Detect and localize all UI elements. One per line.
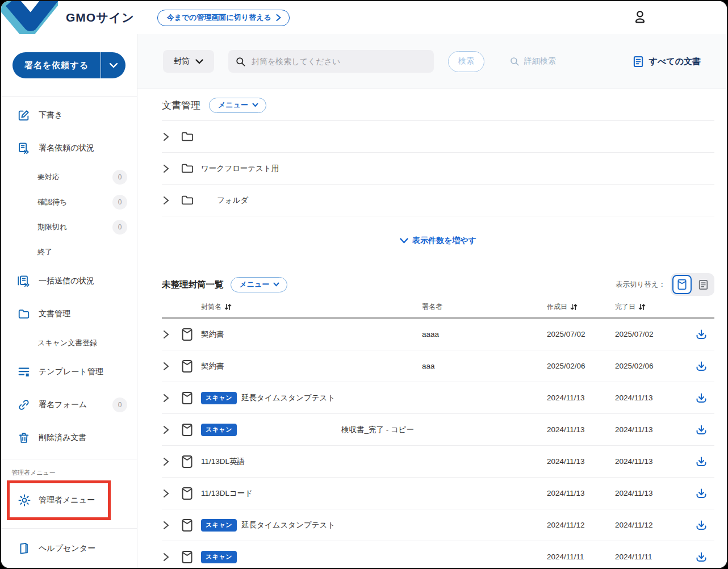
table-row[interactable]: 11/13DL英語 2024/11/13 2024/11/13 bbox=[162, 446, 714, 478]
expand-chevron-icon[interactable] bbox=[162, 394, 181, 403]
download-button[interactable] bbox=[693, 326, 710, 343]
expand-chevron-icon[interactable] bbox=[162, 521, 181, 530]
completed-date-cell: 2024/11/11 bbox=[615, 553, 693, 561]
table-row[interactable]: スキャン 延長タイムスタンプテスト 2024/11/13 2024/11/13 bbox=[162, 382, 714, 414]
logo-wordmark: GMOサイン bbox=[66, 10, 135, 26]
main-area: 封筒 検索 詳細検索 すべての文書 bbox=[137, 34, 727, 568]
column-header-created[interactable]: 作成日 bbox=[547, 302, 615, 312]
sidebar-item-template-management[interactable]: テンプレート管理 bbox=[1, 355, 137, 388]
user-account-button[interactable] bbox=[631, 9, 648, 26]
sidebar-item-signature-form[interactable]: 署名フォーム 0 bbox=[1, 388, 137, 421]
column-header-envelope-name[interactable]: 封筒名 bbox=[201, 302, 422, 312]
advanced-search-button[interactable]: 詳細検索 bbox=[509, 56, 556, 66]
download-button[interactable] bbox=[693, 517, 710, 534]
chevron-down-icon bbox=[252, 103, 258, 107]
expand-chevron-icon[interactable] bbox=[162, 457, 181, 466]
folder-row[interactable]: フォルダ bbox=[162, 185, 714, 216]
envelope-name: 11/13DL英語 bbox=[201, 457, 245, 467]
folder-icon bbox=[17, 307, 31, 321]
created-date-cell: 2025/02/06 bbox=[547, 362, 615, 370]
expand-chevron-icon[interactable] bbox=[162, 132, 181, 141]
envelope-view-toggle-button[interactable] bbox=[672, 275, 692, 294]
download-icon bbox=[696, 361, 707, 372]
column-header-completed[interactable]: 完了日 bbox=[615, 302, 693, 312]
table-row[interactable]: スキャン 延長タイムスタンプテスト 2024/11/12 2024/11/12 bbox=[162, 509, 714, 541]
sidebar-item-document-management[interactable]: 文書管理 bbox=[1, 298, 137, 330]
table-row[interactable]: 契約書 aaaa 2025/07/02 2025/07/02 bbox=[162, 319, 714, 350]
envelope-name: 11/13DLコード bbox=[201, 488, 253, 499]
table-row[interactable]: スキャン 検収書_完了 - コピー 2024/11/13 2024/11/13 bbox=[162, 414, 714, 446]
request-signature-dropdown-button[interactable] bbox=[101, 52, 125, 78]
envelope-name: 検収書_完了 - コピー bbox=[341, 425, 414, 435]
table-row[interactable]: スキャン 2024/11/11 2024/11/11 bbox=[162, 541, 714, 568]
sidebar-item-action-required[interactable]: 要対応 0 bbox=[1, 165, 137, 190]
switch-admin-screen-button[interactable]: 今までの管理画面に切り替える bbox=[157, 10, 290, 26]
sidebar-divider bbox=[1, 459, 137, 459]
scan-badge: スキャン bbox=[201, 551, 237, 563]
download-button[interactable] bbox=[693, 453, 710, 470]
sidebar-item-drafts[interactable]: 下書き bbox=[1, 99, 137, 132]
table-row[interactable]: 契約書 aaa 2025/02/06 2025/02/06 bbox=[162, 350, 714, 382]
admin-menu-highlight: 管理者メニュー bbox=[7, 480, 111, 520]
expand-chevron-icon[interactable] bbox=[162, 425, 181, 434]
envelope-icon bbox=[181, 423, 201, 437]
chevron-down-icon bbox=[195, 59, 203, 64]
search-icon bbox=[235, 56, 246, 67]
created-date-cell: 2024/11/13 bbox=[547, 394, 615, 402]
envelope-icon bbox=[181, 518, 201, 532]
expand-chevron-icon[interactable] bbox=[162, 330, 181, 339]
sort-icon[interactable] bbox=[570, 303, 578, 311]
envelope-icon bbox=[181, 550, 201, 564]
search-input[interactable] bbox=[252, 57, 427, 66]
scan-badge: スキャン bbox=[201, 519, 237, 532]
person-icon bbox=[632, 9, 648, 25]
download-icon bbox=[696, 488, 707, 499]
show-more-button[interactable]: 表示件数を増やす bbox=[400, 236, 476, 246]
sidebar-item-deleted-documents[interactable]: 削除済み文書 bbox=[1, 421, 137, 454]
download-button[interactable] bbox=[693, 390, 710, 407]
sort-icon[interactable] bbox=[638, 303, 646, 311]
expand-chevron-icon[interactable] bbox=[162, 553, 181, 562]
document-management-menu-button[interactable]: メニュー bbox=[209, 98, 266, 113]
request-signature-button[interactable]: 署名を依頼する bbox=[12, 52, 101, 78]
envelope-list-menu-button[interactable]: メニュー bbox=[231, 277, 288, 292]
completed-date-cell: 2024/11/13 bbox=[615, 489, 693, 497]
expand-chevron-icon[interactable] bbox=[162, 362, 181, 371]
sort-icon[interactable] bbox=[224, 303, 232, 311]
signer-cell: aaaa bbox=[422, 330, 547, 338]
search-button[interactable]: 検索 bbox=[448, 51, 484, 72]
expand-chevron-icon[interactable] bbox=[162, 489, 181, 498]
sidebar-item-bulk-send-status[interactable]: 一括送信の状況 bbox=[1, 265, 137, 298]
envelope-icon bbox=[181, 391, 201, 405]
folder-row[interactable] bbox=[162, 121, 714, 153]
download-button[interactable] bbox=[693, 421, 710, 438]
created-date-cell: 2024/11/13 bbox=[547, 489, 615, 497]
sidebar-item-scan-document-registration[interactable]: スキャン文書登録 bbox=[1, 330, 137, 355]
sidebar-item-admin-menu[interactable]: 管理者メニュー bbox=[10, 483, 108, 517]
count-badge: 0 bbox=[112, 398, 127, 412]
envelope-name: 延長タイムスタンプテスト bbox=[241, 520, 335, 530]
completed-date-cell: 2025/02/06 bbox=[615, 362, 693, 370]
sidebar-item-expired[interactable]: 期限切れ 0 bbox=[1, 215, 137, 240]
created-date-cell: 2024/11/13 bbox=[547, 457, 615, 466]
envelope-name: 契約書 bbox=[201, 329, 224, 340]
app-window: GMOサイン 今までの管理画面に切り替える 署名を依頼する bbox=[0, 0, 728, 569]
sidebar-item-help-center[interactable]: ヘルプセンター bbox=[1, 532, 137, 565]
table-row[interactable]: 11/13DLコード 2024/11/13 2024/11/13 bbox=[162, 478, 714, 509]
completed-date-cell: 2024/11/13 bbox=[615, 394, 693, 402]
all-documents-button[interactable]: すべての文書 bbox=[633, 56, 701, 68]
download-icon bbox=[696, 551, 707, 563]
sidebar-item-finished[interactable]: 終了 bbox=[1, 240, 137, 265]
envelope-name: 延長タイムスタンプテスト bbox=[241, 393, 335, 403]
folder-list: ワークフローテスト用 フォルダ bbox=[162, 120, 714, 216]
search-type-selector[interactable]: 封筒 bbox=[163, 50, 214, 73]
folder-row[interactable]: ワークフローテスト用 bbox=[162, 153, 714, 185]
list-view-toggle-button[interactable] bbox=[693, 275, 713, 294]
expand-chevron-icon[interactable] bbox=[162, 196, 181, 205]
download-button[interactable] bbox=[693, 549, 710, 566]
download-button[interactable] bbox=[693, 358, 710, 375]
download-button[interactable] bbox=[693, 485, 710, 502]
expand-chevron-icon[interactable] bbox=[162, 164, 181, 173]
sidebar-item-awaiting-confirmation[interactable]: 確認待ち 0 bbox=[1, 190, 137, 215]
sidebar-item-signature-request-status[interactable]: 署名依頼の状況 bbox=[1, 132, 137, 165]
